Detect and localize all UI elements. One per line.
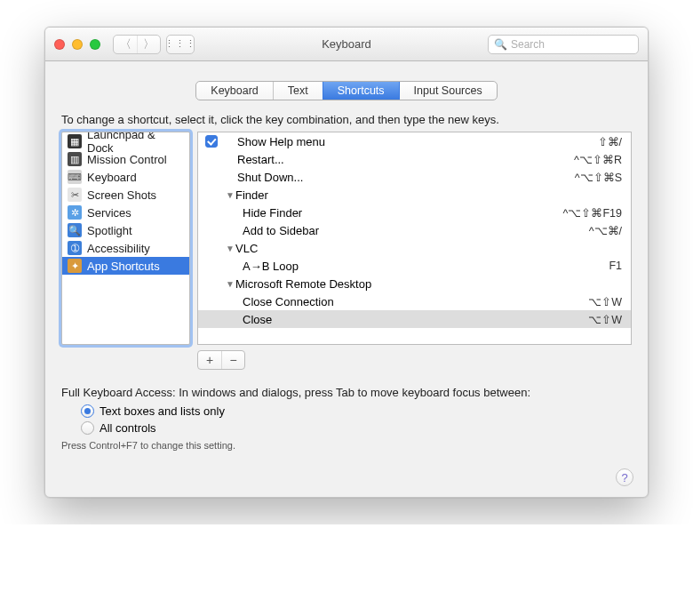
- radio-text-boxes-label: Text boxes and lists only: [100, 404, 225, 418]
- full-keyboard-access-label: Full Keyboard Access: In windows and dia…: [61, 386, 632, 399]
- sidebar-item[interactable]: ✦App Shortcuts: [62, 257, 189, 275]
- shortcut-label: Show Help menu: [225, 135, 598, 148]
- shortcut-keys: ^⌥⇧⌘R: [574, 153, 622, 166]
- tab-text[interactable]: Text: [273, 82, 323, 100]
- traffic-lights: [54, 39, 100, 50]
- shortcut-label: Add to Sidebar: [225, 224, 589, 237]
- shortcut-list[interactable]: Show Help menu⇧⌘/Restart...^⌥⇧⌘RShut Dow…: [197, 132, 632, 345]
- sidebar-item[interactable]: ▦Launchpad & Dock: [62, 132, 189, 150]
- help-button[interactable]: ?: [616, 468, 633, 486]
- window-body: Keyboard Text Shortcuts Input Sources To…: [45, 61, 648, 465]
- grid-icon: ⋮⋮⋮: [164, 38, 196, 50]
- radio-text-boxes[interactable]: [81, 404, 94, 418]
- search-input[interactable]: [511, 38, 633, 51]
- shortcut-label: A→B Loop: [225, 260, 609, 273]
- disclosure-triangle-icon[interactable]: ▼: [225, 244, 235, 253]
- disclosure-triangle-icon[interactable]: ▼: [225, 190, 235, 200]
- shortcut-row[interactable]: Close Connection⌥⇧W: [198, 292, 631, 310]
- sidebar-item-label: Mission Control: [87, 153, 167, 166]
- sidebar-item[interactable]: ✂Screen Shots: [62, 186, 189, 204]
- remove-shortcut-button[interactable]: −: [221, 351, 244, 369]
- tab-keyboard[interactable]: Keyboard: [196, 82, 273, 100]
- sidebar-item-label: Services: [87, 206, 131, 220]
- sidebar-item[interactable]: ✲Services: [62, 204, 189, 221]
- group-label: Finder: [235, 188, 622, 202]
- back-button[interactable]: 〈: [114, 36, 137, 53]
- group-label: Microsoft Remote Desktop: [235, 277, 622, 291]
- chevron-right-icon: 〉: [143, 36, 155, 52]
- radio-all-controls-label: All controls: [100, 421, 156, 435]
- sidebar-item-label: Keyboard: [87, 171, 137, 184]
- shortcut-row[interactable]: Shut Down...^⌥⇧⌘S: [198, 168, 631, 186]
- sidebar-item-label: Launchpad & Dock: [87, 132, 184, 155]
- chevron-left-icon: 〈: [120, 36, 131, 52]
- shortcut-label: Close: [225, 313, 588, 326]
- sidebar-item-label: App Shortcuts: [87, 260, 160, 273]
- shortcut-checkbox[interactable]: [205, 135, 218, 148]
- titlebar: 〈 〉 ⋮⋮⋮ Keyboard 🔍: [45, 28, 648, 61]
- shortcut-label: Restart...: [225, 153, 574, 166]
- shortcut-keys: ^⌥⌘/: [589, 224, 622, 237]
- search-icon: 🔍: [494, 38, 507, 51]
- zoom-window-button[interactable]: [90, 39, 100, 50]
- nav-back-forward: 〈 〉: [113, 35, 161, 54]
- category-icon: ✂: [68, 188, 82, 202]
- preferences-window: 〈 〉 ⋮⋮⋮ Keyboard 🔍 Keyboard Text Shortcu…: [44, 27, 649, 498]
- sidebar-item[interactable]: ➀Accessibility: [62, 239, 189, 257]
- group-label: VLC: [235, 242, 622, 255]
- category-icon: ▥: [68, 152, 82, 166]
- sidebar-item[interactable]: 🔍Spotlight: [62, 221, 189, 239]
- category-icon: ➀: [68, 241, 82, 255]
- keyboard-access-hint: Press Control+F7 to change this setting.: [61, 440, 632, 451]
- tab-bar: Keyboard Text Shortcuts Input Sources: [61, 81, 632, 100]
- help-bar: ?: [45, 465, 648, 497]
- category-icon: ✲: [68, 205, 82, 220]
- shortcut-label: Hide Finder: [225, 206, 563, 220]
- category-icon: ✦: [68, 259, 82, 273]
- shortcut-row[interactable]: Hide Finder^⌥⇧⌘F19: [198, 204, 631, 221]
- sidebar-item-label: Screen Shots: [87, 188, 156, 202]
- shortcut-group-header[interactable]: ▼Finder: [198, 186, 631, 204]
- help-icon: ?: [621, 471, 627, 484]
- shortcut-keys: ⇧⌘/: [598, 135, 622, 148]
- category-icon: ⌨: [68, 170, 82, 184]
- shortcut-keys: ⌥⇧W: [588, 313, 622, 326]
- tab-shortcuts[interactable]: Shortcuts: [323, 82, 399, 100]
- tab-input-sources[interactable]: Input Sources: [399, 82, 497, 100]
- search-field[interactable]: 🔍: [488, 35, 639, 54]
- shortcut-label: Shut Down...: [225, 171, 575, 184]
- shortcut-group-header[interactable]: ▼Microsoft Remote Desktop: [198, 275, 631, 292]
- add-remove-bar: + −: [197, 350, 632, 370]
- sidebar-item-label: Accessibility: [87, 242, 150, 255]
- radio-all-controls[interactable]: [81, 421, 94, 435]
- close-window-button[interactable]: [54, 39, 65, 50]
- sidebar-item-label: Spotlight: [87, 224, 132, 237]
- shortcut-row[interactable]: A→B LoopF1: [198, 257, 631, 275]
- forward-button[interactable]: 〉: [137, 36, 160, 53]
- full-keyboard-access-radios: Text boxes and lists only All controls: [81, 404, 632, 435]
- show-all-button[interactable]: ⋮⋮⋮: [166, 35, 195, 54]
- minimize-window-button[interactable]: [72, 39, 83, 50]
- shortcut-keys: ^⌥⇧⌘S: [575, 171, 622, 184]
- instruction-text: To change a shortcut, select it, click t…: [61, 113, 632, 126]
- category-icon: ▦: [68, 134, 82, 148]
- shortcut-row[interactable]: Close⌥⇧W: [198, 310, 631, 328]
- shortcut-row[interactable]: Restart...^⌥⇧⌘R: [198, 150, 631, 168]
- shortcut-row[interactable]: Show Help menu⇧⌘/: [198, 132, 631, 150]
- shortcut-label: Close Connection: [225, 295, 588, 308]
- sidebar-item[interactable]: ⌨Keyboard: [62, 168, 189, 186]
- category-icon: 🔍: [68, 223, 82, 237]
- shortcut-keys: F1: [609, 260, 622, 272]
- shortcut-group-header[interactable]: ▼VLC: [198, 239, 631, 257]
- shortcut-keys: ⌥⇧W: [588, 295, 622, 308]
- disclosure-triangle-icon[interactable]: ▼: [225, 279, 235, 289]
- category-sidebar[interactable]: ▦Launchpad & Dock▥Mission Control⌨Keyboa…: [61, 132, 190, 345]
- shortcut-keys: ^⌥⇧⌘F19: [563, 206, 622, 220]
- add-shortcut-button[interactable]: +: [198, 351, 221, 369]
- shortcut-row[interactable]: Add to Sidebar^⌥⌘/: [198, 221, 631, 239]
